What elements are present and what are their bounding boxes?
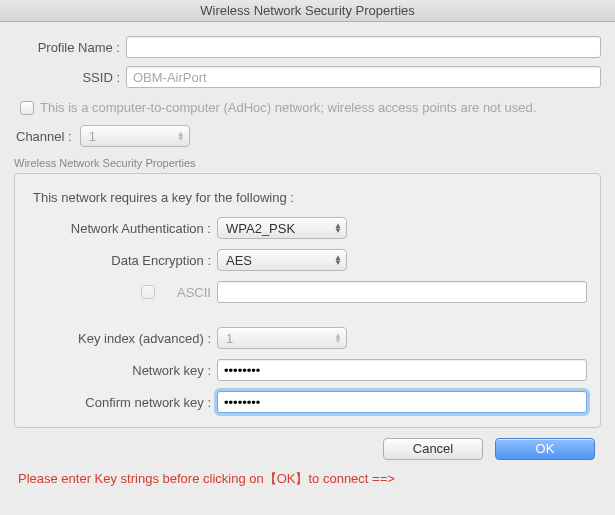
ascii-input [217, 281, 587, 303]
adhoc-checkbox[interactable] [20, 101, 34, 115]
cancel-button[interactable]: Cancel [383, 438, 483, 460]
button-row: Cancel OK [14, 438, 601, 460]
channel-label: Channel : [16, 129, 72, 144]
security-group: This network requires a key for the foll… [14, 173, 601, 428]
ascii-row: ASCII [27, 281, 588, 303]
ascii-checkbox [141, 285, 155, 299]
keyidx-label: Key index (advanced) : [27, 331, 217, 346]
ssid-input [126, 66, 601, 88]
auth-row: Network Authentication : WPA2_PSK ▲▼ [27, 217, 588, 239]
updown-icon: ▲▼ [334, 223, 342, 233]
keyidx-value: 1 [226, 331, 326, 346]
keyidx-row: Key index (advanced) : 1 ▲▼ [27, 327, 588, 349]
enc-value: AES [226, 253, 326, 268]
group-intro: This network requires a key for the foll… [33, 190, 588, 205]
ssid-label: SSID : [14, 70, 126, 85]
confkey-label: Confirm network key : [27, 395, 217, 410]
updown-icon: ▲▼ [334, 255, 342, 265]
confirm-key-input[interactable] [217, 391, 587, 413]
updown-icon: ▲▼ [177, 131, 185, 141]
group-title: Wireless Network Security Properties [14, 157, 601, 169]
ssid-row: SSID : [14, 66, 601, 88]
profile-name-row: Profile Name : [14, 36, 601, 58]
enc-label: Data Encryption : [27, 253, 217, 268]
profile-name-input[interactable] [126, 36, 601, 58]
channel-value: 1 [89, 129, 169, 144]
channel-select: 1 ▲▼ [80, 125, 190, 147]
channel-row: Channel : 1 ▲▼ [14, 125, 601, 147]
ok-button[interactable]: OK [495, 438, 595, 460]
keyidx-select: 1 ▲▼ [217, 327, 347, 349]
adhoc-label: This is a computer-to-computer (AdHoc) n… [40, 100, 536, 115]
auth-value: WPA2_PSK [226, 221, 326, 236]
footer-message: Please enter Key strings before clicking… [18, 470, 601, 488]
updown-icon: ▲▼ [334, 333, 342, 343]
window-title: Wireless Network Security Properties [0, 0, 615, 22]
enc-row: Data Encryption : AES ▲▼ [27, 249, 588, 271]
network-key-input[interactable] [217, 359, 587, 381]
netkey-row: Network key : [27, 359, 588, 381]
content-area: Profile Name : SSID : This is a computer… [0, 22, 615, 496]
enc-select[interactable]: AES ▲▼ [217, 249, 347, 271]
confkey-row: Confirm network key : [27, 391, 588, 413]
adhoc-row: This is a computer-to-computer (AdHoc) n… [20, 100, 601, 115]
auth-select[interactable]: WPA2_PSK ▲▼ [217, 217, 347, 239]
auth-label: Network Authentication : [27, 221, 217, 236]
profile-name-label: Profile Name : [14, 40, 126, 55]
netkey-label: Network key : [27, 363, 217, 378]
ascii-label: ASCII [177, 285, 211, 300]
